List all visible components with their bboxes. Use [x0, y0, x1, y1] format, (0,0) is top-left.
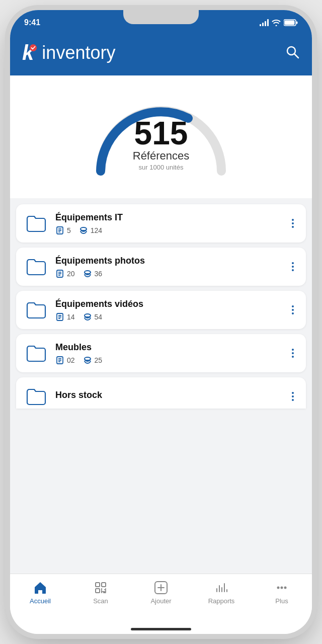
folder-icon — [24, 341, 48, 365]
gauge-value: 515 — [133, 117, 190, 149]
category-item[interactable]: Équipements vidéos 14 — [16, 291, 306, 329]
svg-point-15 — [85, 271, 91, 274]
svg-point-10 — [80, 227, 87, 230]
gauge-section: 515 Références sur 1000 unités — [10, 75, 312, 198]
nav-scan[interactable]: Scan — [70, 580, 131, 605]
folder-icon — [24, 211, 48, 235]
item-count: 54 — [95, 313, 103, 321]
home-icon — [33, 580, 48, 595]
nav-more-label: Plus — [275, 597, 288, 605]
item-stat: 36 — [83, 269, 103, 278]
svg-rect-2 — [296, 22, 298, 24]
reports-icon — [214, 580, 229, 595]
svg-point-46 — [284, 587, 287, 589]
category-item[interactable]: Équipements photos 20 — [16, 248, 306, 286]
item-count: 124 — [91, 226, 102, 234]
category-name: Équipements vidéos — [55, 299, 281, 309]
doc-count: 14 — [67, 313, 75, 321]
svg-point-25 — [85, 357, 91, 360]
scan-icon — [93, 580, 108, 595]
signal-icon — [260, 19, 269, 26]
more-nav-icon — [274, 580, 289, 595]
folder-icon — [24, 298, 48, 322]
categories-list: Équipements IT 5 — [10, 204, 312, 372]
more-button[interactable] — [288, 390, 298, 403]
more-button[interactable] — [288, 217, 298, 230]
item-count: 25 — [95, 356, 103, 364]
category-name: Équipements photos — [55, 256, 281, 266]
nav-add[interactable]: Ajouter — [131, 580, 191, 605]
search-button[interactable] — [285, 44, 300, 61]
svg-line-5 — [294, 54, 298, 58]
category-name: Hors stock — [55, 390, 281, 400]
bottom-nav: Accueil Scan — [10, 574, 312, 624]
doc-stat: 5 — [55, 226, 71, 235]
svg-point-3 — [30, 44, 37, 51]
nav-home[interactable]: Accueil — [10, 580, 70, 605]
category-stats: 02 25 — [55, 356, 281, 365]
item-count: 36 — [95, 270, 103, 278]
category-stats: 14 54 — [55, 312, 281, 321]
status-time: 9:41 — [24, 18, 40, 27]
svg-rect-26 — [96, 583, 100, 587]
doc-count: 20 — [67, 270, 75, 278]
svg-rect-27 — [102, 583, 106, 587]
category-info: Équipements IT 5 — [55, 212, 281, 235]
doc-stat: 20 — [55, 269, 75, 278]
status-icons — [260, 19, 298, 26]
nav-home-label: Accueil — [30, 597, 51, 605]
app-name: inventory — [42, 42, 115, 63]
svg-rect-1 — [285, 21, 295, 25]
notch — [123, 10, 199, 24]
search-icon — [285, 44, 300, 59]
app-header: k inventory — [10, 35, 312, 75]
home-bar — [131, 628, 191, 630]
category-stats: 20 36 — [55, 269, 281, 278]
category-item[interactable]: Meubles 02 — [16, 334, 306, 372]
home-indicator — [10, 624, 312, 634]
gauge-chart: 515 Références sur 1000 unités — [80, 91, 242, 181]
item-stat: 54 — [83, 312, 103, 321]
folder-icon — [24, 384, 48, 409]
logo: k inventory — [22, 42, 115, 63]
category-info: Hors stock — [55, 390, 281, 404]
svg-point-20 — [85, 314, 91, 317]
category-name: Meubles — [55, 342, 281, 353]
nav-reports[interactable]: Rapports — [191, 580, 252, 605]
more-button[interactable] — [288, 303, 298, 316]
nav-scan-label: Scan — [93, 597, 108, 605]
category-info: Équipements vidéos 14 — [55, 299, 281, 321]
main-content: 515 Références sur 1000 unités Équipemen… — [10, 75, 312, 574]
phone-frame: 9:41 k — [10, 10, 312, 634]
more-button[interactable] — [288, 260, 298, 273]
nav-reports-label: Rapports — [208, 597, 235, 605]
add-icon — [153, 580, 169, 595]
item-stat: 25 — [83, 356, 103, 365]
svg-point-45 — [281, 587, 283, 589]
category-name: Équipements IT — [55, 212, 281, 223]
item-stat: 124 — [79, 226, 102, 235]
gauge-label: Références — [133, 149, 190, 163]
battery-icon — [284, 19, 298, 26]
doc-stat: 02 — [55, 356, 75, 365]
doc-count: 02 — [67, 356, 75, 364]
folder-icon — [24, 255, 48, 279]
hors-stock-partial[interactable]: Hors stock — [16, 377, 306, 409]
doc-count: 5 — [67, 226, 71, 234]
more-button[interactable] — [288, 347, 298, 360]
gauge-sublabel: sur 1000 unités — [133, 164, 190, 171]
svg-rect-28 — [96, 589, 100, 593]
category-stats: 5 124 — [55, 226, 281, 235]
doc-stat: 14 — [55, 312, 75, 321]
nav-more[interactable]: Plus — [252, 580, 312, 605]
logo-check-icon — [30, 44, 37, 51]
nav-add-label: Ajouter — [150, 597, 171, 605]
category-item[interactable]: Équipements IT 5 — [16, 204, 306, 243]
category-info: Meubles 02 — [55, 342, 281, 365]
wifi-icon — [272, 19, 281, 26]
svg-point-44 — [277, 587, 280, 589]
category-info: Équipements photos 20 — [55, 256, 281, 278]
